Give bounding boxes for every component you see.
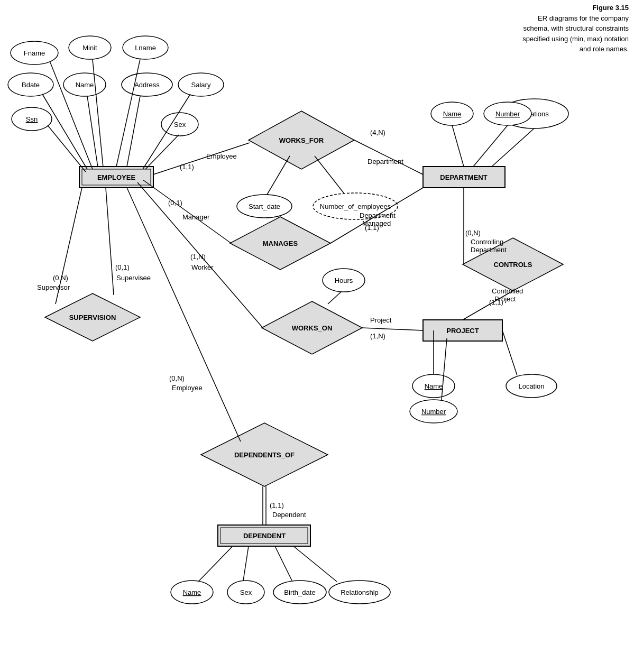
ssn-label: Ssn — [26, 115, 38, 123]
works-on-proj-constraint: (1,N) — [370, 332, 385, 340]
birth-date-label: Birth_date — [284, 588, 315, 596]
svg-line-15 — [127, 96, 140, 167]
supervision-label: SUPERVISION — [69, 314, 116, 321]
works-for-role-department: Department — [367, 158, 403, 165]
controls-label: CONTROLS — [494, 261, 532, 269]
svg-line-60 — [275, 546, 292, 581]
start-date-label: Start_date — [249, 202, 280, 210]
svg-line-58 — [198, 546, 233, 582]
manages-role-dept: Department — [360, 211, 396, 219]
fname-label: Fname — [24, 49, 45, 57]
diagram-svg: .entity-rect { fill: #ddd; stroke: #000;… — [0, 0, 634, 672]
dep-name-label: Name — [183, 588, 201, 596]
svg-line-26 — [473, 125, 508, 167]
svg-line-42 — [502, 330, 517, 375]
controls-role-controlling: Controlling — [471, 238, 503, 246]
department-label: DEPARTMENT — [440, 173, 487, 181]
svg-line-49 — [127, 188, 241, 441]
supervision-constraint-0n: (0,N) — [53, 274, 68, 282]
svg-line-25 — [452, 125, 464, 167]
supervision-role-supervisor: Supervisor — [37, 283, 70, 291]
manages-role-managed: Managed — [362, 219, 391, 227]
supervision-role-supervisee: Supervisee — [116, 274, 151, 282]
svg-line-31 — [315, 156, 344, 193]
works-on-role-worker: Worker — [191, 263, 214, 271]
dependents-of-label: DEPENDENTS_OF — [234, 451, 295, 459]
project-label: PROJECT — [446, 327, 479, 335]
svg-line-12 — [116, 59, 140, 167]
manages-constraint-01: (0,1) — [168, 199, 182, 207]
controls-role-project: Project — [494, 295, 516, 303]
dependent-constraint-11: (1,1) — [270, 501, 284, 509]
supervision-constraint-01: (0,1) — [115, 263, 130, 271]
manages-role-manager: Manager — [182, 213, 210, 221]
works-for-role-employee: Employee — [206, 152, 237, 160]
minit-label: Minit — [82, 44, 97, 52]
svg-line-61 — [293, 546, 337, 582]
hours-label: Hours — [335, 277, 353, 284]
location-label: Location — [518, 382, 544, 390]
proj-number-label: Number — [421, 408, 446, 416]
works-for-constraint-4n: (4,N) — [370, 128, 385, 136]
svg-line-27 — [492, 128, 534, 167]
svg-line-30 — [267, 156, 290, 195]
sex-label: Sex — [174, 121, 186, 128]
svg-line-48 — [362, 328, 423, 330]
dependents-constraint-0n: (0,N) — [169, 374, 185, 382]
employee-label: EMPLOYEE — [97, 173, 136, 181]
works-on-constraint-1n: (1,N) — [190, 253, 206, 261]
works-on-label: WORKS_ON — [292, 324, 333, 332]
salary-label: Salary — [191, 81, 211, 89]
works-for-constraint-11: (1,1) — [180, 163, 194, 171]
svg-line-18 — [145, 135, 179, 169]
er-diagram: Figure 3.15 ER diagrams for the companys… — [0, 0, 634, 672]
manages-label: MANAGES — [263, 240, 298, 247]
svg-line-44 — [106, 188, 114, 295]
dep-sex-label: Sex — [240, 588, 252, 596]
svg-line-17 — [48, 125, 86, 172]
svg-line-13 — [42, 94, 87, 169]
controls-role-department: Department — [471, 246, 507, 254]
svg-line-32 — [143, 180, 231, 243]
svg-line-46 — [328, 292, 341, 304]
controls-role-controlled: Controlled — [492, 287, 523, 295]
lname-label: Lname — [135, 44, 156, 52]
dependent-role: Dependent — [272, 511, 306, 519]
proj-name-label: Name — [425, 382, 443, 390]
bdate-label: Bdate — [22, 81, 40, 89]
dept-number-label: Number — [495, 110, 520, 118]
dependents-role-employee: Employee — [172, 384, 203, 392]
works-for-label: WORKS_FOR — [279, 136, 324, 144]
dept-name-label: Name — [443, 110, 462, 118]
svg-line-14 — [87, 96, 98, 167]
relationship-label: Relationship — [341, 588, 379, 596]
works-on-role-project: Project — [370, 316, 392, 324]
address-label: Address — [134, 81, 160, 89]
emp-name-label: Name — [76, 81, 94, 89]
svg-line-59 — [243, 546, 249, 581]
dependent-label: DEPENDENT — [243, 532, 286, 540]
num-employees-label: Number_of_employees — [320, 202, 391, 210]
controls-constraint-0n: (0,N) — [465, 229, 481, 237]
